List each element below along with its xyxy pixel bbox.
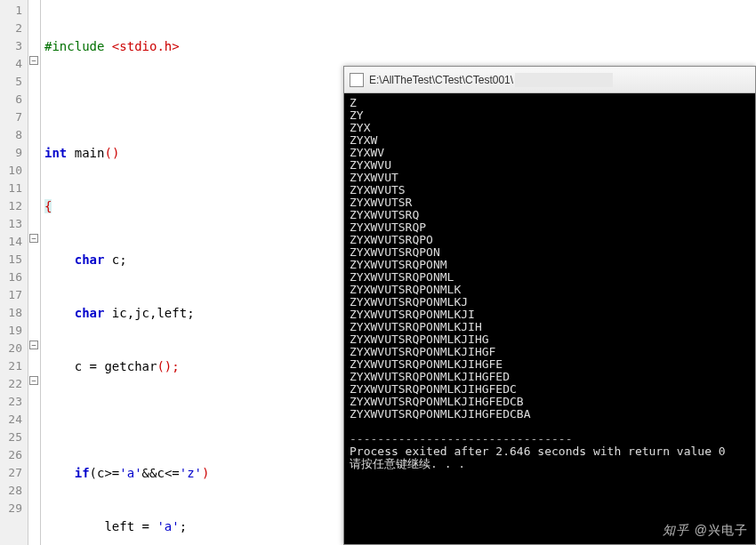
console-line: ZYXWVUTSRQPONMLKJI	[350, 309, 750, 321]
fold-icon[interactable]: −	[29, 341, 38, 349]
console-line: ZYXWVUTSRQPONMLKJIHGFEDCBA	[350, 408, 750, 421]
console-line: ZYXWVUTSR	[350, 196, 750, 209]
console-output: ZZYZYXZYXWZYXWVZYXWVUZYXWVUTZYXWVUTSZYXW…	[344, 93, 755, 474]
title-blank	[515, 73, 613, 87]
console-line: ZYXWV	[350, 147, 750, 159]
console-exit-msg: Process exited after 2.646 seconds with …	[350, 445, 750, 458]
line-num: 17	[0, 286, 22, 304]
line-num: 22	[0, 375, 22, 393]
console-window[interactable]: E:\AllTheTest\CTest\CTest001\ ZZYZYXZYXW…	[343, 66, 756, 545]
line-num: 24	[0, 411, 22, 429]
console-prompt: 请按任意键继续. . .	[350, 458, 750, 470]
console-line: ZY	[350, 109, 750, 122]
line-num: 13	[0, 215, 22, 233]
console-line: ZYXWVUTSRQ	[350, 209, 750, 221]
console-line: ZYXW	[350, 134, 750, 147]
line-num: 16	[0, 268, 22, 286]
line-num: 9	[0, 144, 22, 162]
fold-icon[interactable]: −	[29, 376, 38, 385]
line-num: 15	[0, 251, 22, 268]
line-num: 1	[0, 2, 22, 20]
console-line: ZYXWVUTSRQPONMLKJIH	[350, 321, 750, 333]
line-num: 28	[0, 482, 22, 500]
console-line: ZYXWVUTSRQPONMLK	[350, 284, 750, 296]
line-num: 23	[0, 393, 22, 411]
line-num: 6	[0, 91, 22, 108]
console-line: ZYXWVUTSRQPONMLKJIHG	[350, 333, 750, 346]
line-num: 29	[0, 500, 22, 517]
fold-icon[interactable]: −	[29, 234, 38, 243]
line-num: 3	[0, 37, 22, 55]
app-icon	[350, 73, 364, 87]
line-num: 5	[0, 73, 22, 91]
console-line: ZYXWVUTSRQPONMLKJIHGF	[350, 346, 750, 358]
line-num: 7	[0, 108, 22, 126]
line-num: 10	[0, 162, 22, 180]
line-num: 12	[0, 197, 22, 215]
console-line: ZYXWVUTSRQPONMLKJIHGFEDCB	[350, 396, 750, 408]
console-line: ZYXWVUTSRQPO	[350, 234, 750, 246]
console-line: ZYXWVUTS	[350, 184, 750, 196]
console-line: ZYXWVUTSRQPONMLKJIHGFEDC	[350, 383, 750, 396]
line-num: 25	[0, 429, 22, 446]
line-num: 18	[0, 304, 22, 322]
console-line: ZYXWVUTSRQPONMLKJIHGFED	[350, 371, 750, 383]
line-num: 21	[0, 357, 22, 375]
console-line: ZYXWVUTSRQPONMLKJ	[350, 296, 750, 309]
console-line: Z	[350, 97, 750, 109]
console-title: E:\AllTheTest\CTest\CTest001\	[369, 74, 513, 86]
console-line: ZYXWVUTSRQPONML	[350, 271, 750, 284]
watermark: 知乎@兴电子	[663, 523, 748, 539]
line-gutter: 1 2 3 4 5 6 7 8 9 10 11 12 13 14 15 16 1…	[0, 0, 28, 545]
console-line: ZYXWVUTSRQP	[350, 221, 750, 234]
line-num: 8	[0, 126, 22, 144]
console-line: ZYX	[350, 122, 750, 134]
fold-column: − − − −	[28, 0, 41, 545]
line-num: 11	[0, 180, 22, 197]
line-num: 19	[0, 322, 22, 340]
console-line: ZYXWVUTSRQPONMLKJIHGFE	[350, 358, 750, 371]
console-line: ZYXWVU	[350, 159, 750, 172]
line-num: 27	[0, 464, 22, 482]
console-titlebar[interactable]: E:\AllTheTest\CTest\CTest001\	[344, 67, 755, 93]
line-num: 2	[0, 20, 22, 37]
line-num: 26	[0, 446, 22, 464]
line-num: 14	[0, 233, 22, 251]
console-line: ZYXWVUT	[350, 172, 750, 184]
console-separator: --------------------------------	[350, 433, 750, 445]
line-num: 20	[0, 340, 22, 357]
line-num: 4	[0, 55, 22, 73]
console-line: ZYXWVUTSRQPON	[350, 246, 750, 259]
console-line: ZYXWVUTSRQPONM	[350, 259, 750, 271]
fold-icon[interactable]: −	[29, 56, 38, 65]
